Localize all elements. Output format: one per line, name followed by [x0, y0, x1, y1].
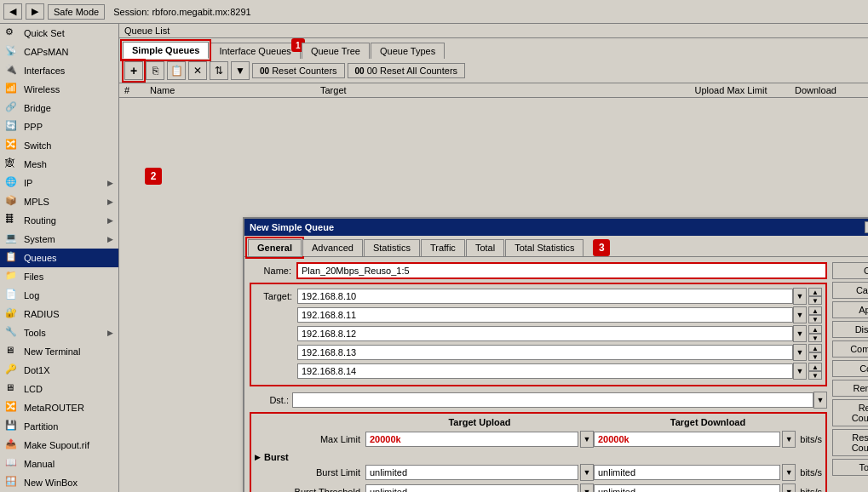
tab-queue-tree[interactable]: Queue Tree: [302, 43, 370, 59]
sidebar-item-wireless[interactable]: 📶 Wireless: [0, 80, 118, 99]
target-input-4[interactable]: [297, 345, 793, 360]
sidebar-item-files[interactable]: 📁 Files: [0, 267, 118, 286]
target-down-5[interactable]: ▼: [808, 371, 822, 380]
reset-counters-action-button[interactable]: Reset Counters: [832, 399, 868, 426]
reset-counters-button[interactable]: 00 Reset Counters: [252, 63, 345, 78]
sidebar-item-radius[interactable]: 🔐 RADIUS: [0, 305, 118, 323]
sidebar-item-routing[interactable]: 🛤 Routing ▶: [0, 211, 118, 230]
sidebar-item-mesh[interactable]: 🕸 Mesh: [0, 155, 118, 174]
queue-types-tab-label: Queue Types: [380, 46, 435, 56]
copy-button[interactable]: ⎘: [146, 61, 164, 80]
download-max-select-btn[interactable]: ▼: [782, 431, 796, 448]
disable-button[interactable]: Disable: [832, 321, 868, 338]
sidebar-item-new-terminal[interactable]: 🖥 New Terminal: [0, 342, 118, 361]
sidebar-item-queues[interactable]: 📋 Queues: [0, 249, 118, 267]
reset-all-counters-button[interactable]: 00 00 Reset All Counters: [348, 63, 466, 78]
tab-queue-types[interactable]: Queue Types: [371, 43, 445, 59]
safe-mode-button[interactable]: Safe Mode: [48, 4, 105, 20]
sidebar-item-make-supout[interactable]: 📤 Make Supout.rif: [0, 436, 118, 455]
torch-button[interactable]: Torch: [832, 459, 868, 476]
sidebar-item-capsman[interactable]: 📡 CAPsMAN: [0, 43, 118, 61]
cancel-button[interactable]: Cancel: [832, 282, 868, 299]
tab-general[interactable]: General: [248, 239, 302, 256]
marker-3: 3: [593, 239, 610, 256]
target-down-4[interactable]: ▼: [808, 352, 822, 361]
target-down-2[interactable]: ▼: [808, 315, 822, 323]
dialog-minimize-button[interactable]: _: [865, 221, 868, 233]
add-button[interactable]: +: [124, 61, 143, 80]
dot1x-icon: 🔑: [5, 363, 19, 377]
target-input-5[interactable]: [297, 363, 793, 379]
target-input-1[interactable]: [297, 289, 793, 304]
sidebar-item-new-winbox[interactable]: 🪟 New WinBox: [0, 473, 118, 492]
nav-back-button[interactable]: ◀: [3, 3, 22, 20]
burst-limit-upload-select-btn[interactable]: ▼: [580, 464, 594, 481]
target-up-1[interactable]: ▲: [808, 288, 822, 296]
target-select-btn-3[interactable]: ▼: [793, 325, 807, 342]
tab-total[interactable]: Total: [466, 239, 504, 256]
sidebar-item-bridge[interactable]: 🔗 Bridge: [0, 99, 118, 117]
burst-threshold-download-select-btn[interactable]: ▼: [782, 483, 796, 492]
target-up-5[interactable]: ▲: [808, 363, 822, 371]
tab-total-statistics[interactable]: Total Statistics: [505, 239, 583, 256]
sidebar-item-label: Mesh: [24, 159, 47, 169]
sidebar-item-switch[interactable]: 🔀 Switch: [0, 136, 118, 155]
paste-button[interactable]: 📋: [167, 61, 186, 80]
burst-threshold-upload-select-btn[interactable]: ▼: [580, 483, 594, 492]
comment-button[interactable]: Comment: [832, 340, 868, 358]
target-select-btn-5[interactable]: ▼: [793, 363, 807, 380]
target-up-2[interactable]: ▲: [808, 306, 822, 315]
remove-button[interactable]: Remove: [832, 380, 868, 397]
sidebar-item-metarouter[interactable]: 🔀 MetaROUTER: [0, 398, 118, 417]
target-down-1[interactable]: ▼: [808, 296, 822, 305]
burst-limit-download-input[interactable]: [594, 465, 780, 480]
burst-threshold-download-input[interactable]: [594, 484, 780, 492]
tab-statistics[interactable]: Statistics: [364, 239, 420, 256]
burst-limit-upload-input[interactable]: [365, 465, 578, 480]
tab-traffic[interactable]: Traffic: [421, 239, 465, 256]
target-up-4[interactable]: ▲: [808, 344, 822, 352]
dst-input[interactable]: [292, 392, 813, 408]
sidebar-item-mpls[interactable]: 📦 MPLS ▶: [0, 192, 118, 211]
sidebar-item-interfaces[interactable]: 🔌 Interfaces: [0, 61, 118, 80]
copy-action-button[interactable]: Copy: [832, 360, 868, 377]
sidebar-item-label: Log: [24, 290, 39, 300]
delete-button[interactable]: ✕: [188, 61, 207, 80]
download-max-input[interactable]: [594, 432, 780, 447]
upload-max-input[interactable]: [365, 432, 578, 447]
sort-button[interactable]: ⇅: [210, 61, 228, 80]
sidebar-item-ip[interactable]: 🌐 IP ▶: [0, 174, 118, 192]
sidebar-item-dot1x[interactable]: 🔑 Dot1X: [0, 361, 118, 380]
target-input-3[interactable]: [297, 326, 793, 341]
target-select-btn-4[interactable]: ▼: [793, 344, 807, 361]
sidebar-item-system[interactable]: 💻 System ▶: [0, 230, 118, 249]
sidebar-item-lcd[interactable]: 🖥 LCD: [0, 380, 118, 398]
name-input[interactable]: [296, 262, 827, 279]
upload-max-select-btn[interactable]: ▼: [580, 431, 594, 448]
target-input-2[interactable]: [297, 307, 793, 323]
reset-all-counters-action-button[interactable]: Reset All Counters: [832, 429, 868, 456]
apply-button[interactable]: Apply: [832, 301, 868, 318]
nav-forward-button[interactable]: ▶: [26, 3, 44, 20]
burst-threshold-upload-input[interactable]: [365, 484, 578, 492]
filter-button[interactable]: ▼: [231, 61, 250, 80]
burst-limit-download-select-btn[interactable]: ▼: [782, 464, 796, 481]
sidebar-item-ppp[interactable]: 🔄 PPP: [0, 117, 118, 136]
sidebar-item-manual[interactable]: 📖 Manual: [0, 455, 118, 473]
ok-button[interactable]: OK: [832, 262, 868, 279]
sidebar-item-quickset[interactable]: ⚙ Quick Set: [0, 24, 118, 43]
target-down-3[interactable]: ▼: [808, 334, 822, 342]
target-select-btn-2[interactable]: ▼: [793, 306, 807, 323]
sidebar-item-log[interactable]: 📄 Log: [0, 286, 118, 305]
name-input-container: [296, 262, 827, 279]
dst-select-btn[interactable]: ▼: [813, 392, 827, 409]
target-select-btn-1[interactable]: ▼: [793, 288, 807, 305]
tab-simple-queues[interactable]: Simple Queues: [123, 42, 209, 59]
burst-toggle[interactable]: ▶ Burst: [255, 450, 822, 464]
sidebar-item-partition[interactable]: 💾 Partition: [0, 417, 118, 436]
content-wrapper: New Simple Queue _ □ ✕ General Advanced: [119, 98, 868, 492]
tab-interface-queues[interactable]: Interface Queues 1: [210, 43, 300, 59]
sidebar-item-tools[interactable]: 🔧 Tools ▶: [0, 323, 118, 342]
target-up-3[interactable]: ▲: [808, 325, 822, 334]
tab-advanced[interactable]: Advanced: [302, 239, 363, 256]
